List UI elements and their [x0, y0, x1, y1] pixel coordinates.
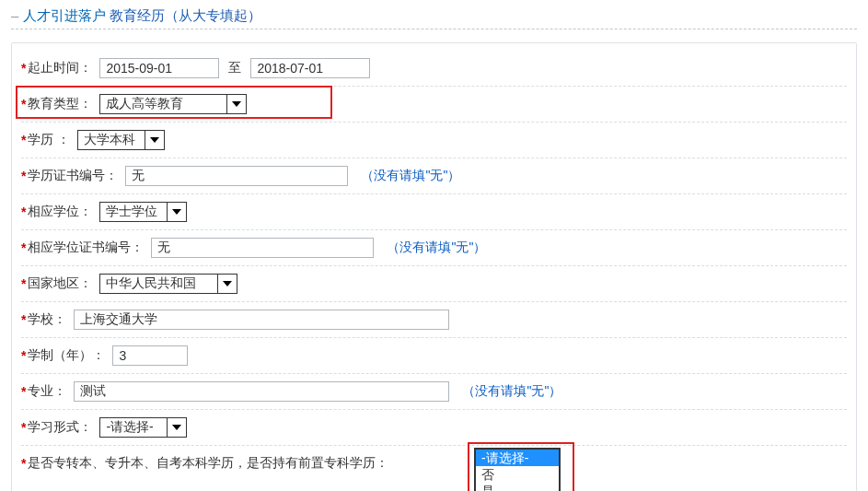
row-edu-type: * 教育类型： 成人高等教育: [21, 87, 847, 123]
start-date-input[interactable]: [99, 58, 219, 78]
major-hint: （没有请填"无"）: [462, 383, 561, 400]
academic-degree-select[interactable]: 学士学位: [99, 202, 187, 222]
chevron-down-icon: [167, 418, 186, 437]
required-mark: *: [21, 420, 26, 435]
label-pre-diploma: 是否专转本、专升本、自考本科学历，是否持有前置专科学历：: [28, 455, 388, 472]
chevron-down-icon: [145, 131, 164, 149]
page-title-sub: 教育经历（从大专填起）: [110, 7, 261, 23]
row-date-range: * 起止时间： 至: [21, 51, 847, 87]
chevron-down-icon: [217, 275, 237, 293]
label-years: 学制（年）：: [28, 347, 105, 364]
row-degree: * 学历 ： 大学本科: [21, 123, 847, 158]
degree-cert-no-hint: （没有请填"无"）: [387, 240, 486, 256]
svg-marker-1: [150, 137, 159, 143]
cert-no-input[interactable]: [125, 166, 348, 186]
label-degree: 学历 ：: [28, 132, 70, 148]
breadcrumb: – 人才引进落户 教育经历（从大专填起）: [11, 7, 857, 27]
label-edu-type: 教育类型：: [28, 96, 92, 112]
required-mark: *: [21, 312, 26, 327]
end-date-input[interactable]: [250, 58, 370, 78]
major-input[interactable]: [74, 381, 449, 402]
form-container: * 起止时间： 至 * 教育类型： 成人高等教育 * 学历 ： 大学本科: [11, 42, 857, 491]
required-mark: *: [21, 97, 26, 111]
label-school: 学校：: [28, 311, 66, 328]
required-mark: *: [21, 348, 26, 363]
chevron-down-icon: [226, 95, 246, 113]
row-major: * 专业： （没有请填"无"）: [21, 374, 847, 410]
row-cert-no: * 学历证书编号： （没有请填"无"）: [21, 158, 847, 194]
required-mark: *: [21, 240, 26, 255]
pre-diploma-option-placeholder[interactable]: -请选择-: [476, 450, 559, 466]
row-years: * 学制（年）：: [21, 338, 847, 374]
study-form-select[interactable]: -请选择-: [99, 417, 187, 438]
degree-value: 大学本科: [84, 132, 141, 148]
row-academic-degree: * 相应学位： 学士学位: [21, 194, 847, 230]
required-mark: *: [21, 61, 26, 76]
label-major: 专业：: [28, 383, 66, 400]
label-degree-cert-no: 相应学位证书编号：: [28, 240, 144, 256]
row-country: * 国家地区： 中华人民共和国: [21, 266, 847, 302]
years-input[interactable]: [112, 345, 188, 366]
svg-marker-0: [232, 101, 241, 107]
dash-prefix: –: [11, 7, 23, 23]
required-mark: *: [21, 133, 26, 147]
label-date-range: 起止时间：: [28, 60, 92, 76]
svg-marker-4: [172, 425, 181, 430]
label-cert-no: 学历证书编号：: [28, 168, 118, 184]
date-range-separator: 至: [228, 60, 241, 76]
required-mark: *: [21, 456, 26, 471]
svg-marker-3: [223, 281, 232, 286]
row-school: * 学校：: [21, 302, 847, 338]
country-select[interactable]: 中华人民共和国: [99, 274, 237, 294]
school-input[interactable]: [74, 310, 449, 330]
page-title-main: 人才引进落户: [23, 7, 106, 23]
row-pre-diploma: * 是否专转本、专升本、自考本科学历，是否持有前置专科学历： -请选择- 否 是: [21, 446, 847, 491]
pre-diploma-option-no[interactable]: 否: [476, 466, 559, 483]
study-form-value: -请选择-: [106, 419, 158, 436]
pre-diploma-select-open[interactable]: -请选择- 否 是: [474, 448, 561, 491]
required-mark: *: [21, 276, 26, 291]
country-value: 中华人民共和国: [106, 275, 202, 292]
section-divider: [11, 29, 857, 29]
required-mark: *: [21, 205, 26, 219]
required-mark: *: [21, 169, 26, 183]
row-study-form: * 学习形式： -请选择-: [21, 410, 847, 446]
degree-cert-no-input[interactable]: [151, 238, 374, 258]
edu-type-value: 成人高等教育: [106, 96, 189, 112]
label-country: 国家地区：: [28, 275, 92, 292]
cert-no-hint: （没有请填"无"）: [361, 168, 460, 184]
academic-degree-value: 学士学位: [106, 204, 163, 220]
label-study-form: 学习形式：: [28, 419, 92, 436]
row-degree-cert-no: * 相应学位证书编号： （没有请填"无"）: [21, 230, 847, 266]
degree-select[interactable]: 大学本科: [77, 130, 165, 150]
required-mark: *: [21, 384, 26, 399]
edu-type-select[interactable]: 成人高等教育: [99, 94, 247, 114]
chevron-down-icon: [167, 203, 186, 221]
svg-marker-2: [172, 209, 181, 215]
pre-diploma-option-yes[interactable]: 是: [476, 483, 559, 491]
label-academic-degree: 相应学位：: [28, 204, 92, 220]
